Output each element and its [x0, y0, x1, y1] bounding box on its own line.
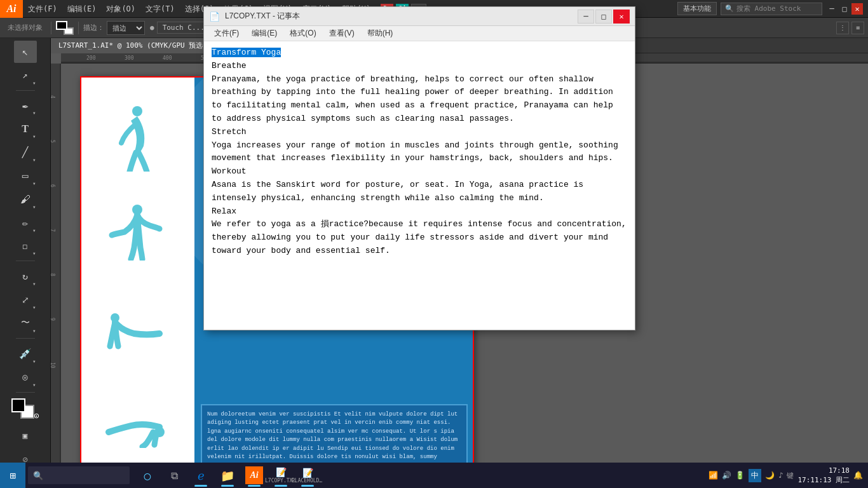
svg-text:200: 200	[86, 55, 96, 61]
notepad-title: L7COPY.TXT - 记事本	[225, 11, 573, 22]
ime-taskbar: 中 🌙 ♪ 键	[749, 469, 794, 482]
stroke-select[interactable]: 描边	[107, 21, 145, 35]
notepad-window: 📄 L7COPY.TXT - 记事本 ─ □ ✕ 文件(F) 编辑(E) 格式(…	[203, 6, 635, 330]
eraser-tool[interactable]: ◻ ▼	[14, 235, 37, 257]
workspace-btn[interactable]: 基本功能	[677, 2, 717, 15]
pen-tool[interactable]: ✒ ▼	[14, 95, 37, 117]
rect-icon: ▭	[22, 170, 29, 182]
divider-2	[78, 22, 79, 34]
svg-text:400: 400	[163, 55, 172, 61]
select-icon: ↖	[22, 46, 29, 58]
scale-tool[interactable]: ⤢ ▼	[14, 288, 37, 311]
notepad2-icon: 📝	[302, 468, 313, 478]
taskbar-right: 📶 🔊 🔋 中 🌙 ♪ 键 17:18 17:11:13 周二 🔔	[703, 466, 868, 485]
taskbar-edge[interactable]: ℯ	[188, 463, 214, 488]
taskbar-explorer[interactable]: 📁	[215, 463, 240, 488]
fg-color-swatch[interactable]	[11, 398, 25, 412]
left-tools-panel: ↖ ↗ ▼ ✒ ▼ T ▼ ╱ ▼ ▭ ▼ 🖌 ▼ ✏ ▼ ◻ ▼ ↻ ▼ ⤢ …	[0, 18, 51, 470]
divider-1	[51, 22, 51, 34]
explorer-icon: 📁	[220, 469, 234, 482]
ime-lang[interactable]: 中	[749, 469, 761, 482]
fill-stroke-swatches[interactable]	[56, 21, 74, 35]
toolbar-extra-2[interactable]: ≡	[851, 22, 864, 34]
menu-text[interactable]: 文字(T)	[140, 0, 180, 18]
taskbar-illustrator[interactable]: Ai	[241, 463, 267, 488]
notepad-menu-view[interactable]: 查看(V)	[323, 27, 361, 40]
start-button[interactable]: ⊞	[0, 463, 25, 488]
menu-edit[interactable]: 编辑(E)	[62, 0, 102, 18]
taskbar-notepad-1[interactable]: 📝 L7COPY.TXT - 记…	[268, 463, 294, 488]
blend-tool[interactable]: ◎ ▼	[14, 366, 37, 388]
brush-tool[interactable]: 🖌 ▼	[14, 188, 37, 210]
notepad-menu-file[interactable]: 文件(F)	[208, 27, 245, 40]
clock-time: 17:18	[797, 466, 850, 475]
yoga-figure-2	[99, 200, 175, 264]
type-tool[interactable]: T ▼	[14, 118, 37, 140]
battery-icon[interactable]: 🔋	[735, 471, 745, 480]
tab-title: L7START_1.AI* @ 100% (CMYK/GPU 预选)	[58, 41, 207, 50]
maximize-btn[interactable]: □	[839, 3, 850, 15]
svg-text:7: 7	[51, 229, 55, 232]
selected-heading: Transform Yoga	[212, 48, 281, 57]
close-btn[interactable]: ✕	[851, 3, 863, 15]
notepad-menu-help[interactable]: 帮助(H)	[361, 27, 400, 40]
taskbar-clock[interactable]: 17:18 17:11:13 周二	[797, 466, 850, 485]
svg-text:300: 300	[125, 55, 134, 61]
fill-stroke-area	[56, 21, 74, 35]
artboard-left	[80, 76, 194, 470]
svg-text:10: 10	[51, 362, 55, 369]
volume-icon[interactable]: 🔊	[722, 471, 731, 480]
brush-icon: 🖌	[20, 193, 31, 205]
notepad-menu-format[interactable]: 格式(O)	[283, 27, 322, 40]
yoga-figure-1	[99, 105, 175, 168]
notepad2-text: PLACEHOLDER.TX…	[292, 478, 323, 484]
gradient-icon: ▣	[23, 431, 28, 440]
cortana-icon: ○	[144, 469, 151, 482]
line-tool[interactable]: ╱ ▼	[14, 141, 37, 163]
active-tab[interactable]: L7START_1.AI* @ 100% (CMYK/GPU 预选) ×	[51, 38, 224, 53]
fill-color[interactable]	[56, 21, 67, 30]
window-controls: ─ □ ✕	[826, 3, 863, 15]
reset-colors-icon[interactable]: ⊙	[34, 410, 39, 421]
menu-file[interactable]: 文件(F)	[23, 0, 62, 18]
edge-icon: ℯ	[198, 469, 205, 482]
pencil-tool[interactable]: ✏ ▼	[14, 212, 37, 234]
notepad-content-area[interactable]: Transform Yoga Breathe Pranayama, the yo…	[204, 41, 635, 330]
taskbar-search-icon: 🔍	[33, 471, 43, 480]
color-swatches: ⊙	[11, 398, 39, 421]
ruler-left: 4 5 6 7 8 9 10	[51, 64, 61, 470]
taskbar-cortana[interactable]: ○	[135, 463, 160, 488]
select-tool[interactable]: ↖	[14, 41, 37, 63]
toolbar-extra-1[interactable]: ⋮	[836, 22, 849, 34]
tools-divider-3	[16, 338, 35, 339]
direct-select-tool[interactable]: ↗ ▼	[14, 64, 37, 86]
text-overlay-box: Num doloreetum venim ver suscipistis Et …	[201, 404, 468, 471]
eyedropper-icon: 💉	[19, 348, 32, 360]
menu-right: 基本功能 🔍 搜索 Adobe Stock ─ □ ✕	[677, 2, 868, 15]
menu-object[interactable]: 对象(O)	[101, 0, 140, 18]
gradient-tool-bottom[interactable]: ▣	[14, 424, 37, 447]
blend-icon: ◎	[22, 372, 27, 382]
adobe-stock-search[interactable]: 🔍 搜索 Adobe Stock	[721, 3, 822, 15]
svg-point-19	[132, 106, 142, 116]
taskview-icon: ⧉	[171, 470, 178, 482]
network-icon[interactable]: 📶	[709, 471, 718, 480]
eyedropper-tool[interactable]: 💉 ▼	[14, 342, 37, 365]
touch-indicator: ●	[150, 24, 154, 32]
rect-tool[interactable]: ▭ ▼	[14, 165, 37, 187]
warp-icon: 〜	[21, 317, 30, 329]
rotate-tool[interactable]: ↻ ▼	[14, 265, 37, 287]
notepad-minimize-btn[interactable]: ─	[578, 10, 594, 24]
notification-icon[interactable]: 🔔	[853, 471, 863, 480]
notepad-close-btn[interactable]: ✕	[613, 10, 630, 24]
taskbar-task-view[interactable]: ⧉	[161, 463, 187, 488]
notepad-icon: 📄	[209, 11, 220, 22]
warp-tool[interactable]: 〜 ▼	[14, 312, 37, 334]
taskbar-notepad-2[interactable]: 📝 PLACEHOLDER.TX…	[295, 463, 320, 488]
taskbar-search[interactable]: 🔍	[28, 466, 130, 484]
notepad-maximize-btn[interactable]: □	[595, 10, 612, 24]
pencil-icon: ✏	[22, 217, 29, 229]
minimize-btn[interactable]: ─	[826, 3, 837, 15]
svg-rect-10	[51, 64, 61, 470]
notepad-menu-edit[interactable]: 编辑(E)	[245, 27, 283, 40]
